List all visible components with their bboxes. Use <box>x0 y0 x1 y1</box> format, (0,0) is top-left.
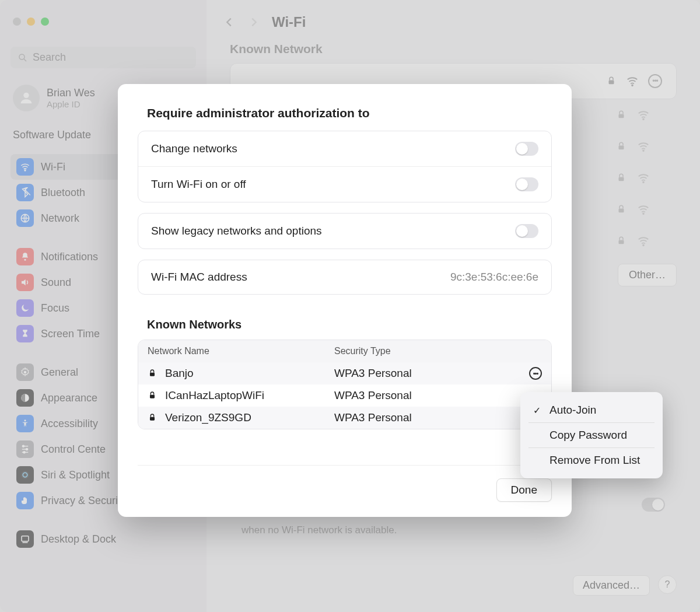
table-header: Network Name Security Type <box>138 340 551 362</box>
lock-icon <box>148 391 165 400</box>
mac-value: 9c:3e:53:6c:ee:6e <box>450 271 538 284</box>
ctx-copy-password[interactable]: Copy Password <box>528 422 654 447</box>
svg-rect-32 <box>150 395 155 398</box>
lock-icon <box>148 369 165 378</box>
legacy-row: Show legacy networks and options <box>138 214 551 249</box>
col-network-name: Network Name <box>148 346 334 356</box>
modal-title: Require administrator authorization to <box>147 106 552 120</box>
change-networks-toggle[interactable] <box>515 142 538 156</box>
security-type: WPA3 Personal <box>334 367 529 380</box>
mac-row: Wi-Fi MAC address 9c:3e:53:6c:ee:6e <box>138 260 551 294</box>
table-row[interactable]: Verizon_9ZS9GDWPA3 Personal <box>138 407 551 429</box>
wifi-onoff-label: Turn Wi-Fi on or off <box>151 178 246 191</box>
checkmark-icon: ✓ <box>533 405 544 416</box>
lock-icon <box>148 413 165 422</box>
legacy-toggle[interactable] <box>515 224 538 238</box>
ctx-remove-label: Remove From List <box>550 454 640 467</box>
security-type: WPA3 Personal <box>334 389 542 402</box>
table-row[interactable]: BanjoWPA3 Personal••• <box>138 362 551 384</box>
ctx-auto-join-label: Auto-Join <box>550 404 596 417</box>
ctx-remove-from-list[interactable]: Remove From List <box>528 447 654 473</box>
svg-rect-31 <box>150 373 155 376</box>
known-networks-header: Known Networks <box>147 318 552 331</box>
network-context-menu: ✓ Auto-Join Copy Password Remove From Li… <box>520 392 663 478</box>
network-name: Banjo <box>165 367 334 380</box>
known-networks-table: Network Name Security Type BanjoWPA3 Per… <box>138 340 552 429</box>
wifi-onoff-toggle[interactable] <box>515 177 538 191</box>
mac-group: Wi-Fi MAC address 9c:3e:53:6c:ee:6e <box>138 260 552 295</box>
network-name: ICanHazLaptopWiFi <box>165 389 334 402</box>
network-name: Verizon_9ZS9GD <box>165 411 334 424</box>
change-networks-label: Change networks <box>151 142 237 155</box>
wifi-advanced-modal: Require administrator authorization to C… <box>118 84 572 517</box>
done-button[interactable]: Done <box>496 478 552 502</box>
legacy-group: Show legacy networks and options <box>138 213 552 249</box>
legacy-label: Show legacy networks and options <box>151 225 322 237</box>
admin-auth-group: Change networks Turn Wi-Fi on or off <box>138 131 552 202</box>
svg-rect-33 <box>150 417 155 421</box>
mac-label: Wi-Fi MAC address <box>151 271 247 284</box>
col-security-type: Security Type <box>334 346 391 356</box>
ctx-auto-join[interactable]: ✓ Auto-Join <box>528 398 654 422</box>
more-icon[interactable]: ••• <box>529 367 542 380</box>
ctx-copy-password-label: Copy Password <box>550 429 627 442</box>
wifi-onoff-row: Turn Wi-Fi on or off <box>138 166 551 202</box>
security-type: WPA3 Personal <box>334 411 542 424</box>
change-networks-row: Change networks <box>138 131 551 166</box>
table-row[interactable]: ICanHazLaptopWiFiWPA3 Personal <box>138 384 551 407</box>
